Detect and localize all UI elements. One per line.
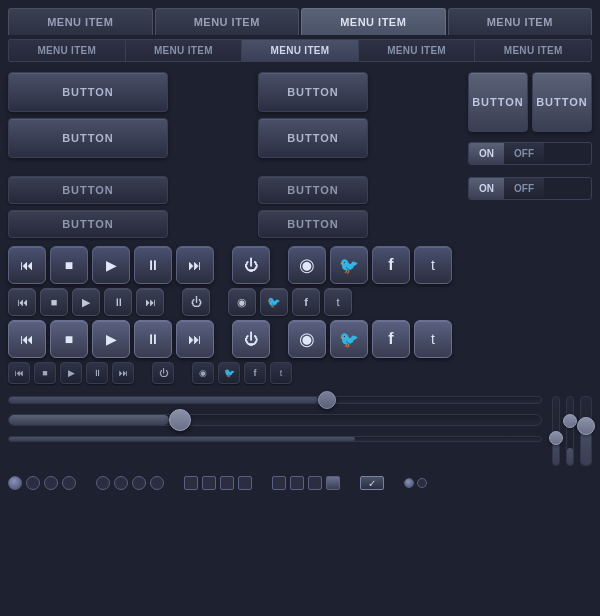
- dot-g2-3[interactable]: [132, 476, 146, 490]
- dot-2[interactable]: [26, 476, 40, 490]
- vslider-track-1[interactable]: [552, 396, 560, 466]
- button-col-1: BUTTON BUTTON BUTTON BUTTON: [8, 72, 248, 238]
- button-md-1[interactable]: BUTTON: [258, 72, 368, 112]
- bullet-4[interactable]: [238, 476, 252, 490]
- stop-icon-md[interactable]: ■: [40, 288, 68, 316]
- vslider-thumb-3[interactable]: [577, 417, 595, 435]
- buttons-section: BUTTON BUTTON BUTTON BUTTON BUTTON BUTTO…: [8, 72, 592, 238]
- button-sm-2[interactable]: BUTTON: [8, 210, 168, 238]
- nav-tab2-5[interactable]: MENU ITEM: [475, 40, 591, 61]
- button-sm-3[interactable]: BUTTON: [258, 176, 368, 204]
- slider-thumb-1[interactable]: [318, 391, 336, 409]
- nav-tab2-3-active[interactable]: MENU ITEM: [242, 40, 359, 61]
- rss-icon-lg[interactable]: ◉: [288, 246, 326, 284]
- pause-icon-lg2[interactable]: ⏸: [134, 320, 172, 358]
- facebook-icon-lg2[interactable]: f: [372, 320, 410, 358]
- skip-back-icon-lg2[interactable]: ⏮: [8, 320, 46, 358]
- vslider-track-2[interactable]: [566, 396, 574, 466]
- bullet-g2-2[interactable]: [290, 476, 304, 490]
- twitter-icon-lg[interactable]: 🐦: [330, 246, 368, 284]
- twitter-icon-sm[interactable]: 🐦: [218, 362, 240, 384]
- skip-forward-icon-md[interactable]: ⏭: [136, 288, 164, 316]
- nav-tab2-1[interactable]: MENU ITEM: [9, 40, 126, 61]
- toggle-on-1[interactable]: ON: [469, 143, 504, 164]
- stop-icon-lg2[interactable]: ■: [50, 320, 88, 358]
- tick-indicator[interactable]: ✓: [360, 476, 384, 490]
- power-icon-md[interactable]: ⏻: [182, 288, 210, 316]
- button-lg-1[interactable]: BUTTON: [8, 72, 168, 112]
- button-sq-1[interactable]: BUTTON: [468, 72, 528, 132]
- bullet-g2-3[interactable]: [308, 476, 322, 490]
- skip-back-icon-lg[interactable]: ⏮: [8, 246, 46, 284]
- bullet-g2-4[interactable]: [326, 476, 340, 490]
- social4-icon-lg2[interactable]: t: [414, 320, 452, 358]
- rss-icon-lg2[interactable]: ◉: [288, 320, 326, 358]
- button-sm-1[interactable]: BUTTON: [8, 176, 168, 204]
- bullet-2[interactable]: [202, 476, 216, 490]
- slider-track-1[interactable]: [8, 396, 542, 404]
- nav-tab-3-active[interactable]: MENU ITeM: [301, 8, 446, 35]
- play-icon-lg2[interactable]: ▶: [92, 320, 130, 358]
- skip-back-icon-md[interactable]: ⏮: [8, 288, 36, 316]
- sliders-section: [8, 396, 592, 466]
- dot-g2-4[interactable]: [150, 476, 164, 490]
- bullet-g2-1[interactable]: [272, 476, 286, 490]
- small-dot-1[interactable]: [404, 478, 414, 488]
- play-icon-sm[interactable]: ▶: [60, 362, 82, 384]
- twitter-icon-md[interactable]: 🐦: [260, 288, 288, 316]
- social4-icon-sm[interactable]: t: [270, 362, 292, 384]
- button-sq-2[interactable]: BUTTON: [532, 72, 592, 132]
- rss-icon-md[interactable]: ◉: [228, 288, 256, 316]
- power-icon-sm[interactable]: ⏻: [152, 362, 174, 384]
- play-icon-md[interactable]: ▶: [72, 288, 100, 316]
- power-icon-lg[interactable]: ⏻: [232, 246, 270, 284]
- rss-icon-sm[interactable]: ◉: [192, 362, 214, 384]
- slider-row-3: [8, 436, 542, 442]
- toggle-off-2[interactable]: OFF: [504, 178, 544, 199]
- toggle-off-1[interactable]: OFF: [504, 143, 544, 164]
- pause-icon-sm[interactable]: ⏸: [86, 362, 108, 384]
- skip-forward-icon-lg[interactable]: ⏭: [176, 246, 214, 284]
- nav-tab-2[interactable]: MENU ITEM: [155, 8, 300, 35]
- dot-1[interactable]: [8, 476, 22, 490]
- stop-icon-lg[interactable]: ■: [50, 246, 88, 284]
- social4-icon-md[interactable]: t: [324, 288, 352, 316]
- facebook-icon-sm[interactable]: f: [244, 362, 266, 384]
- facebook-icon-lg[interactable]: f: [372, 246, 410, 284]
- skip-forward-icon-lg2[interactable]: ⏭: [176, 320, 214, 358]
- stop-icon-sm[interactable]: ■: [34, 362, 56, 384]
- social4-icon-lg[interactable]: t: [414, 246, 452, 284]
- vslider-track-3[interactable]: [580, 396, 592, 466]
- nav-tab-4[interactable]: MENU ITEM: [448, 8, 593, 35]
- bullet-3[interactable]: [220, 476, 234, 490]
- vslider-3-wrap: [580, 396, 592, 466]
- button-lg-2[interactable]: BUTTON: [8, 118, 168, 158]
- power-icon-lg2[interactable]: ⏻: [232, 320, 270, 358]
- play-icon-lg[interactable]: ▶: [92, 246, 130, 284]
- button-sm-4[interactable]: BUTTON: [258, 210, 368, 238]
- small-dot-2[interactable]: [417, 478, 427, 488]
- dot-g2-2[interactable]: [114, 476, 128, 490]
- twitter-icon-lg2[interactable]: 🐦: [330, 320, 368, 358]
- button-md-2[interactable]: BUTTON: [258, 118, 368, 158]
- dot-3[interactable]: [44, 476, 58, 490]
- nav-tab-1[interactable]: MENU ITEM: [8, 8, 153, 35]
- slider-thumb-2[interactable]: [169, 409, 191, 431]
- media-row-sm: ⏮ ■ ▶ ⏸ ⏭ ⏻ ◉ 🐦 f t: [8, 362, 592, 384]
- dot-g2-1[interactable]: [96, 476, 110, 490]
- toggle-on-2[interactable]: ON: [469, 178, 504, 199]
- pause-icon-md[interactable]: ⏸: [104, 288, 132, 316]
- bullet-1[interactable]: [184, 476, 198, 490]
- slider-track-3[interactable]: [8, 436, 542, 442]
- dot-4[interactable]: [62, 476, 76, 490]
- pause-icon-lg[interactable]: ⏸: [134, 246, 172, 284]
- vslider-thumb-2[interactable]: [563, 414, 577, 428]
- facebook-icon-md[interactable]: f: [292, 288, 320, 316]
- vslider-thumb-1[interactable]: [549, 431, 563, 445]
- nav-tab2-2[interactable]: MENU ITEM: [126, 40, 243, 61]
- slider-track-2[interactable]: [8, 414, 542, 426]
- skip-back-icon-sm[interactable]: ⏮: [8, 362, 30, 384]
- skip-forward-icon-sm[interactable]: ⏭: [112, 362, 134, 384]
- small-dot-group: [404, 478, 427, 488]
- nav-tab2-4[interactable]: MENU ITEM: [359, 40, 476, 61]
